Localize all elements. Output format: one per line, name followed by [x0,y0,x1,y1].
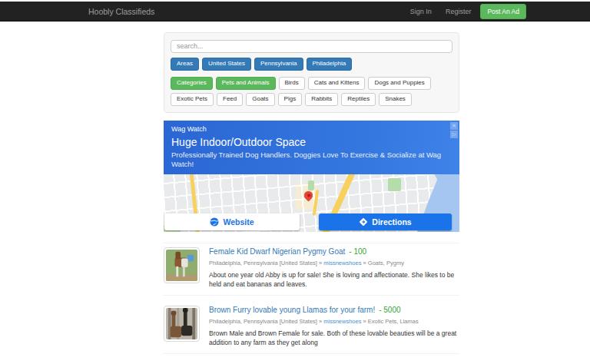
ad-map[interactable]: Website Directions [164,174,459,232]
sign-in-link[interactable]: Sign In [410,8,432,15]
listing-location: Philadelphia, Pennsylvania [United State… [209,260,317,266]
ad-controls: ✕ ▷ [450,122,458,138]
ad-headline: Huge Indoor/Outdoor Space [171,136,452,148]
category-filter-row: Categories Pets and Animals Birds Cats a… [171,77,452,106]
category-filter-goats[interactable]: Goats [246,93,274,106]
top-navbar: Hoobly Classifieds Sign In Register Post… [0,2,590,22]
register-link[interactable]: Register [446,8,472,15]
listing-category: Exotic Pets, Llamas [368,318,419,325]
category-filter-cats-and-kittens[interactable]: Cats and Kittens [308,77,366,90]
directions-button-label: Directions [372,217,411,227]
category-filter-feed[interactable]: Feed [217,93,243,106]
category-filter-pigs[interactable]: Pigs [278,93,303,106]
listing-row-goat: Female Kid Dwarf Nigerian Pygmy Goat- 10… [164,247,459,296]
listing-price: - 5000 [379,306,400,314]
brand-logo[interactable]: Hoobly Classifieds [88,7,154,16]
area-filter-united-states[interactable]: United States [202,58,251,71]
search-filter-panel: Areas United States Pennsylvania Philade… [164,32,459,113]
globe-icon [210,217,219,227]
area-filter-philadelphia[interactable]: Philadelphia [307,58,353,71]
website-button-label: Website [223,217,254,227]
listing-details: Female Kid Dwarf Nigerian Pygmy Goat- 10… [209,247,459,290]
listing-category: Goats, Pygmy [368,260,404,266]
ad-close-icon[interactable]: ✕ [450,122,458,130]
ad-body-text: Professionally Trained Dog Handlers. Dog… [171,151,448,170]
listing-description: Brown Male and Brown Female for sale. Bo… [209,329,459,348]
listing-meta: Philadelphia, Pennsylvania [United State… [209,260,459,266]
ad-action-buttons: Website Directions [164,213,452,230]
website-button[interactable]: Website [164,213,300,230]
meta-separator: » [363,318,366,325]
meta-separator: » [363,260,366,266]
listing-row-llamas: Brown Furry lovable young Llamas for you… [164,306,459,354]
listing-price: - 100 [349,247,366,256]
map-park [388,178,401,191]
category-filter-birds[interactable]: Birds [279,77,305,90]
meta-separator: » [319,318,322,325]
adchoices-icon[interactable]: ▷ [450,131,458,138]
post-an-ad-button[interactable]: Post An Ad [480,4,526,19]
area-filter-areas[interactable]: Areas [171,58,199,71]
listing-location: Philadelphia, Pennsylvania [United State… [209,318,317,325]
area-filter-pennsylvania[interactable]: Pennsylvania [254,58,303,71]
category-filter-exotic-pets[interactable]: Exotic Pets [171,93,214,106]
listing-details: Brown Furry lovable young Llamas for you… [209,306,459,348]
category-filter-snakes[interactable]: Snakes [379,93,412,106]
listing-title-link[interactable]: Brown Furry lovable young Llamas for you… [209,306,375,314]
directions-button[interactable]: Directions [319,213,452,230]
listing-title-link[interactable]: Female Kid Dwarf Nigerian Pygmy Goat [209,247,345,256]
navbar-right-group: Sign In Register Post An Ad [396,4,526,19]
ad-advertiser-name: Wag Watch [171,125,452,133]
directions-icon [359,217,368,227]
category-filter-rabbits[interactable]: Rabbits [305,93,338,106]
ad-banner[interactable]: Wag Watch Huge Indoor/Outdoor Space Prof… [164,121,459,233]
area-filter-row: Areas United States Pennsylvania Philade… [171,58,452,71]
seller-link[interactable]: missnewshoes [323,318,361,325]
map-park [308,180,314,190]
category-filter-reptiles[interactable]: Reptiles [341,93,376,106]
listing-results: Female Kid Dwarf Nigerian Pygmy Goat- 10… [164,243,459,364]
category-filter-pets-and-animals[interactable]: Pets and Animals [216,77,276,90]
listing-description: About one year old Abby is up for sale! … [209,271,459,290]
goat-thumbnail[interactable] [164,247,200,283]
listing-meta: Philadelphia, Pennsylvania [United State… [209,318,459,325]
category-filter-dogs-and-puppies[interactable]: Dogs and Puppies [368,77,430,90]
ad-text-section: Wag Watch Huge Indoor/Outdoor Space Prof… [164,121,459,175]
search-input[interactable] [171,40,452,53]
category-filter-categories[interactable]: Categories [171,77,213,90]
llamas-thumbnail[interactable] [164,306,200,342]
seller-link[interactable]: missnewshoes [323,260,361,266]
meta-separator: » [319,260,322,266]
main-content-column: Areas United States Pennsylvania Philade… [164,32,459,364]
